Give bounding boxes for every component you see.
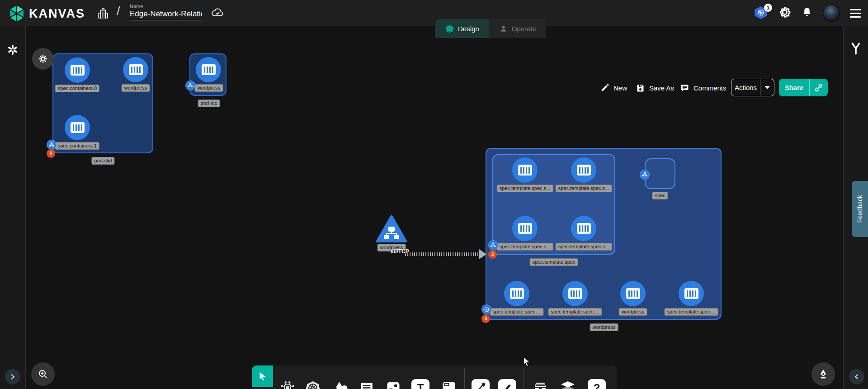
zoom-search-button[interactable]: [31, 362, 55, 386]
select-tool[interactable]: [252, 365, 273, 387]
design-name-block: Name: [130, 4, 202, 20]
sync-spinner-icon[interactable]: [7, 44, 18, 57]
expand-right-panel-button[interactable]: [849, 369, 864, 384]
group-label: pod-skd: [91, 157, 114, 165]
container-node[interactable]: [65, 57, 90, 83]
network-edge[interactable]: [405, 252, 481, 256]
chevron-down-icon: [764, 86, 770, 89]
kanvas-logo[interactable]: KANVAS: [8, 5, 85, 22]
text-T-icon: T: [411, 379, 429, 389]
actions-dropdown-button[interactable]: Actions: [731, 79, 774, 96]
layers-tool[interactable]: [557, 378, 578, 389]
image-icon: [385, 380, 401, 389]
canvas-settings-button[interactable]: [32, 48, 54, 70]
pencil-icon: [600, 83, 609, 92]
container-icon: [71, 65, 85, 76]
container-node[interactable]: [679, 281, 704, 306]
node-label: spec.template.spec.s...: [556, 243, 612, 251]
chip-icon: [280, 380, 295, 389]
comments-button-label: Comments: [693, 84, 726, 92]
toolbar-divider: [327, 368, 327, 389]
tab-operate[interactable]: Operate: [489, 19, 546, 38]
group-spec-template-spec[interactable]: spec.template.spec.s... spec.template.sp…: [492, 154, 615, 255]
notifications-bell-icon[interactable]: [801, 6, 813, 20]
copy-link-button[interactable]: [810, 83, 828, 92]
node-label: spec.template.spec....: [665, 308, 718, 316]
layer5-y-icon[interactable]: [850, 42, 862, 57]
container-node[interactable]: [512, 216, 538, 241]
group-label: spec.template.spec: [530, 258, 578, 266]
components-chip-tool[interactable]: [277, 378, 298, 389]
pod-kind-badge[interactable]: [488, 240, 498, 250]
settings-gear-icon[interactable]: [778, 6, 791, 20]
group-pod-rcc[interactable]: wordpress pod-rcc: [189, 53, 226, 96]
comments-button[interactable]: Comments: [680, 80, 726, 96]
hamburger-menu-icon[interactable]: [850, 9, 861, 18]
tab-design-label: Design: [458, 25, 479, 33]
error-count-badge[interactable]: 2: [47, 149, 55, 158]
organization-icon[interactable]: [97, 7, 109, 21]
edge-pen-tool[interactable]: [470, 378, 491, 389]
container-node[interactable]: [123, 57, 148, 82]
drawer-archive-tool[interactable]: [530, 378, 551, 389]
text-tool[interactable]: T: [410, 378, 431, 389]
share-button[interactable]: Share: [779, 79, 828, 96]
help-tool[interactable]: ?: [586, 378, 607, 389]
pod-kind-badge[interactable]: [185, 81, 195, 90]
toolbar-divider: [523, 368, 524, 389]
save-as-button[interactable]: Save As: [636, 80, 674, 96]
container-node[interactable]: [196, 57, 221, 82]
error-count-badge[interactable]: 3: [481, 314, 490, 323]
actions-button-label: Actions: [731, 84, 760, 91]
app-header: KANVAS / Name: [0, 0, 868, 26]
node-spec[interactable]: [645, 158, 675, 189]
image-tool[interactable]: [383, 378, 404, 389]
left-sidebar-strip: [0, 26, 26, 389]
container-node[interactable]: [504, 281, 529, 306]
group-pod-skd[interactable]: spec.containers.0 wordpress spec.contain…: [52, 53, 153, 153]
shapes-icon: [333, 380, 349, 389]
save-as-button-label: Save As: [649, 84, 674, 92]
design-canvas[interactable]: New Save As Comments Actions: [0, 26, 868, 389]
pen-nib-button[interactable]: [811, 362, 835, 386]
comment-tool[interactable]: [356, 378, 377, 389]
kanvas-app: KANVAS / Name: [0, 0, 868, 389]
pod-kind-badge[interactable]: [640, 170, 650, 180]
actions-caret-button[interactable]: [760, 86, 774, 89]
tab-design[interactable]: Design: [435, 19, 489, 38]
rectangle-note-tool[interactable]: [439, 378, 459, 389]
kubernetes-context-icon[interactable]: 1: [754, 6, 769, 20]
container-icon: [577, 223, 591, 234]
container-node[interactable]: [620, 281, 646, 306]
container-icon: [510, 288, 524, 299]
shapes-tool[interactable]: [331, 378, 352, 389]
container-node[interactable]: [512, 157, 538, 183]
container-node[interactable]: [571, 216, 596, 241]
k8s-context-count-badge: 1: [764, 4, 772, 12]
feedback-button[interactable]: Feedback: [852, 181, 868, 237]
toolbar-divider: [464, 368, 465, 389]
container-node[interactable]: [65, 115, 90, 140]
container-node[interactable]: [571, 157, 596, 183]
new-button-label: New: [613, 84, 627, 92]
design-name-input[interactable]: [130, 9, 202, 20]
freehand-draw-tool[interactable]: [497, 378, 518, 389]
header-right-controls: 1: [754, 0, 861, 26]
avatar[interactable]: [823, 5, 840, 22]
container-icon: [684, 288, 698, 299]
comment-icon: [359, 380, 374, 389]
cloud-save-icon[interactable]: [211, 7, 224, 20]
deployment-kind-badge[interactable]: [481, 304, 491, 314]
kubernetes-tool[interactable]: [302, 378, 323, 389]
expand-left-panel-button[interactable]: [5, 369, 20, 384]
container-icon: [518, 223, 532, 234]
new-button[interactable]: New: [600, 80, 627, 96]
group-deployment-wordpress[interactable]: spec.template.spec.s... spec.template.sp…: [486, 148, 722, 320]
logo-text: KANVAS: [29, 7, 85, 21]
container-node[interactable]: [562, 281, 588, 306]
pod-kind-badge[interactable]: [47, 140, 57, 150]
node-label: spec.template.spec.s...: [497, 185, 553, 192]
feedback-label: Feedback: [856, 195, 863, 223]
service-node-wordpress[interactable]: [376, 215, 407, 245]
error-count-badge[interactable]: 3: [488, 250, 497, 259]
